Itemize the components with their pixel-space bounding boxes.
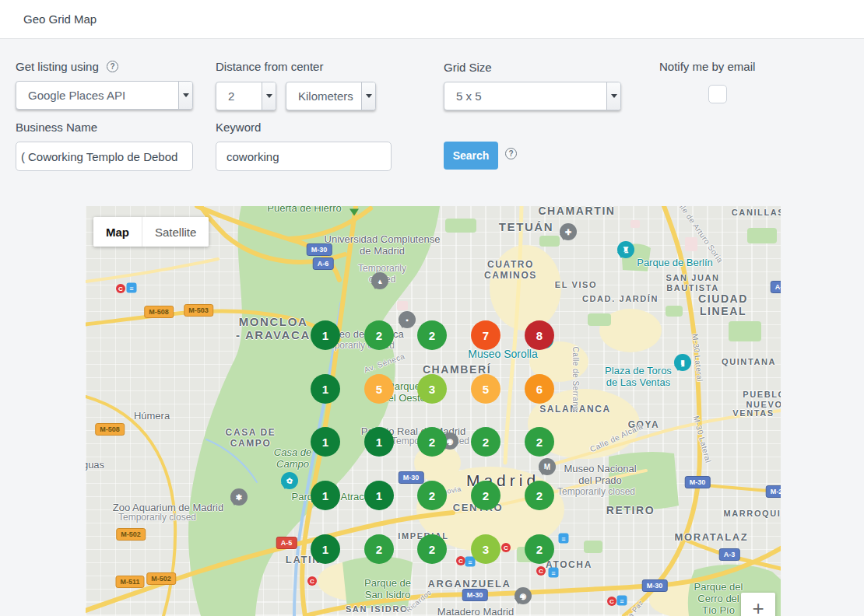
map-label: TETUÁN: [499, 220, 553, 233]
notify-email-label: Notify me by email: [659, 60, 755, 73]
map-label: Calle de Alcalá: [588, 422, 644, 454]
map-label: CASA DE CAMPO: [226, 428, 276, 450]
grid-marker[interactable]: 1: [311, 534, 340, 564]
grid-size-value: 5 x 5: [444, 89, 606, 103]
poi-triangle-marker: [349, 209, 359, 216]
grid-marker[interactable]: 1: [311, 320, 340, 350]
grid-marker[interactable]: 1: [364, 481, 394, 510]
map-label: M-30 Lateral: [690, 333, 704, 382]
monument-pin: ▮: [674, 354, 691, 385]
map-label: CUATRO CAMINOS: [484, 260, 537, 282]
grid-marker[interactable]: 2: [525, 427, 554, 457]
grid-marker[interactable]: 2: [417, 534, 447, 564]
zoom-in-button[interactable]: +: [741, 593, 775, 616]
grid-marker[interactable]: 5: [364, 374, 394, 404]
rail-station-icon: C: [501, 543, 511, 552]
metro-station-icon: ≡: [549, 568, 559, 578]
map-label: CDAD. JARDÍN: [582, 294, 659, 304]
amusement-park-pin: ✿: [281, 472, 298, 503]
distance-value-select[interactable]: 2: [216, 82, 276, 110]
road-badge: M-508: [95, 423, 125, 436]
map-label: Calle de Serrano: [571, 346, 580, 411]
road-badge: M-30: [399, 471, 424, 484]
map-type-map-button[interactable]: Map: [93, 217, 142, 247]
business-name-input[interactable]: ( Coworking Templo de Debod: [16, 142, 193, 171]
map-label: Temporarily closed: [118, 513, 196, 523]
rail-station-icon: C: [536, 566, 546, 576]
grid-size-select[interactable]: 5 x 5: [444, 82, 621, 110]
road-badge: M-30: [307, 243, 332, 256]
keyword-label: Keyword: [216, 121, 261, 134]
grid-marker[interactable]: 1: [364, 427, 394, 457]
notify-email-checkbox[interactable]: [708, 85, 727, 103]
pin-tail: [281, 483, 289, 502]
map-label: VENTAS: [732, 408, 774, 418]
grid-marker[interactable]: 2: [525, 534, 554, 564]
map-label: M-30 Lateral: [691, 415, 712, 464]
business-name-value: Coworking Templo de Debod: [25, 150, 177, 163]
dropdown-arrow-icon: [178, 82, 192, 109]
map-type-control: Map Satellite: [93, 217, 209, 247]
road-badge: M-30: [462, 589, 488, 601]
university-pin: ▴: [371, 272, 388, 303]
grid-marker[interactable]: 1: [311, 481, 340, 510]
rail-station-icon: C: [607, 597, 616, 606]
grid-marker[interactable]: 2: [417, 481, 447, 510]
get-listing-select[interactable]: Google Places API: [16, 81, 193, 110]
dropdown-arrow-icon: [361, 82, 375, 110]
grid-marker[interactable]: 2: [364, 320, 394, 350]
grid-marker[interactable]: 2: [417, 427, 447, 457]
distance-unit-select[interactable]: Kilometers: [286, 82, 376, 110]
road-badge: M-511: [115, 576, 144, 588]
grid-marker[interactable]: 2: [364, 534, 394, 564]
road-badge: M-30: [642, 579, 668, 592]
grid-marker[interactable]: 8: [525, 320, 554, 350]
map-label: la Paz: [625, 599, 644, 616]
map-label: guas: [86, 460, 104, 471]
grid-marker[interactable]: 2: [417, 320, 447, 350]
help-icon[interactable]: ?: [107, 61, 118, 72]
help-icon[interactable]: ?: [505, 148, 517, 159]
pin-tail: [399, 322, 406, 341]
road-badge: A-5: [276, 537, 297, 549]
camera-pin: ◉: [515, 587, 532, 616]
map-type-satellite-button[interactable]: Satellite: [142, 217, 209, 247]
business-name-label: Business Name: [16, 121, 97, 134]
map-label: Parque de Berlín: [637, 257, 713, 269]
road-badge: M-30: [685, 476, 711, 488]
grid-marker[interactable]: 6: [525, 374, 554, 404]
grid-marker[interactable]: 3: [471, 534, 500, 564]
map-label: Museo Nacional del Prado: [564, 464, 636, 487]
grid-marker[interactable]: 5: [471, 374, 500, 404]
grid-marker[interactable]: 3: [417, 374, 447, 404]
map-label: Museo Sorolla: [468, 348, 538, 360]
grid-marker[interactable]: 1: [311, 374, 340, 404]
map-label: PUEBLO NUEVO: [743, 390, 781, 409]
grid-marker[interactable]: 7: [471, 320, 500, 350]
grid-marker[interactable]: 2: [525, 481, 554, 510]
map-label: SAN ISIDRO: [346, 604, 408, 614]
clipped-text-fragment: (: [16, 150, 25, 163]
keyword-input[interactable]: coworking: [216, 142, 392, 171]
map-label: Temporarily closed: [557, 487, 635, 498]
map-label: Plaza de Toros de Las Ventas: [605, 366, 672, 389]
distance-label: Distance from center: [216, 60, 323, 73]
distance-unit-value: Kilometers: [286, 89, 361, 103]
map-label: MORATALAZ: [675, 532, 749, 544]
map-label: CHAMARTÍN: [538, 206, 615, 217]
map-label: SALAMANCA: [539, 404, 611, 415]
metro-station-icon: ≡: [559, 534, 569, 544]
geo-grid-map[interactable]: Puerta de HierroCHAMARTÍNTETUÁNUniversid…: [86, 206, 781, 616]
grid-marker[interactable]: 1: [311, 427, 340, 457]
grid-size-label: Grid Size: [444, 61, 492, 74]
search-button[interactable]: Search: [444, 142, 498, 170]
road-badge: A-3: [719, 548, 740, 561]
map-label: Calle de Arturo Soria: [672, 206, 725, 264]
pin-tail: [674, 365, 682, 384]
metro-station-icon: ≡: [127, 283, 137, 293]
road-badge: M-502: [116, 528, 146, 541]
grid-marker[interactable]: 2: [471, 481, 500, 510]
map-label: CIUDAD LINEAL: [694, 292, 752, 317]
map-label: Ricardos: [405, 588, 434, 614]
grid-marker[interactable]: 2: [471, 427, 500, 457]
